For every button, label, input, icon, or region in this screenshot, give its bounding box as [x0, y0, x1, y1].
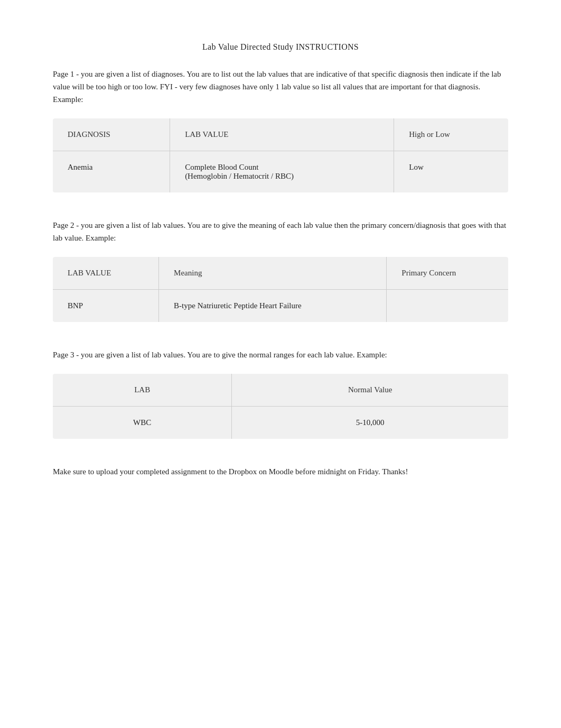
page3-table-header-row: LAB Normal Value: [53, 374, 508, 407]
page2-cell-meaning: B-type Natriuretic Peptide Heart Failure: [159, 290, 387, 322]
page2-col-labvalue: LAB VALUE: [53, 257, 159, 290]
page2-table: LAB VALUE Meaning Primary Concern BNP B-…: [53, 257, 508, 322]
page3-cell-normalvalue: 5-10,000: [232, 407, 508, 439]
page3-table: LAB Normal Value WBC 5-10,000: [53, 374, 508, 439]
page1-col-highlow: High or Low: [394, 118, 508, 151]
page2-description: Page 2 - you are given a list of lab val…: [53, 219, 508, 244]
page1-col-labvalue: LAB VALUE: [170, 118, 394, 151]
closing-text: Make sure to upload your completed assig…: [53, 465, 508, 478]
page2-cell-labvalue: BNP: [53, 290, 159, 322]
page3-cell-lab: WBC: [53, 407, 232, 439]
table-row: WBC 5-10,000: [53, 407, 508, 439]
page2-col-primaryconcern: Primary Concern: [387, 257, 508, 290]
page1-col-diagnosis: DIAGNOSIS: [53, 118, 170, 151]
table-row: Anemia Complete Blood Count(Hemoglobin /…: [53, 151, 508, 193]
page1-cell-highlow: Low: [394, 151, 508, 193]
page3-col-lab: LAB: [53, 374, 232, 407]
page-title: Lab Value Directed Study INSTRUCTIONS: [53, 42, 508, 52]
page1-cell-labvalue: Complete Blood Count(Hemoglobin / Hemato…: [170, 151, 394, 193]
page2-col-meaning: Meaning: [159, 257, 387, 290]
page1-table-header-row: DIAGNOSIS LAB VALUE High or Low: [53, 118, 508, 151]
table-row: BNP B-type Natriuretic Peptide Heart Fai…: [53, 290, 508, 322]
page2-table-header-row: LAB VALUE Meaning Primary Concern: [53, 257, 508, 290]
page1-cell-diagnosis: Anemia: [53, 151, 170, 193]
page3-col-normalvalue: Normal Value: [232, 374, 508, 407]
page2-cell-primaryconcern: [387, 290, 508, 322]
page3-description: Page 3 - you are given a list of lab val…: [53, 348, 508, 361]
page1-table: DIAGNOSIS LAB VALUE High or Low Anemia C…: [53, 118, 508, 192]
page1-description: Page 1 - you are given a list of diagnos…: [53, 68, 508, 106]
